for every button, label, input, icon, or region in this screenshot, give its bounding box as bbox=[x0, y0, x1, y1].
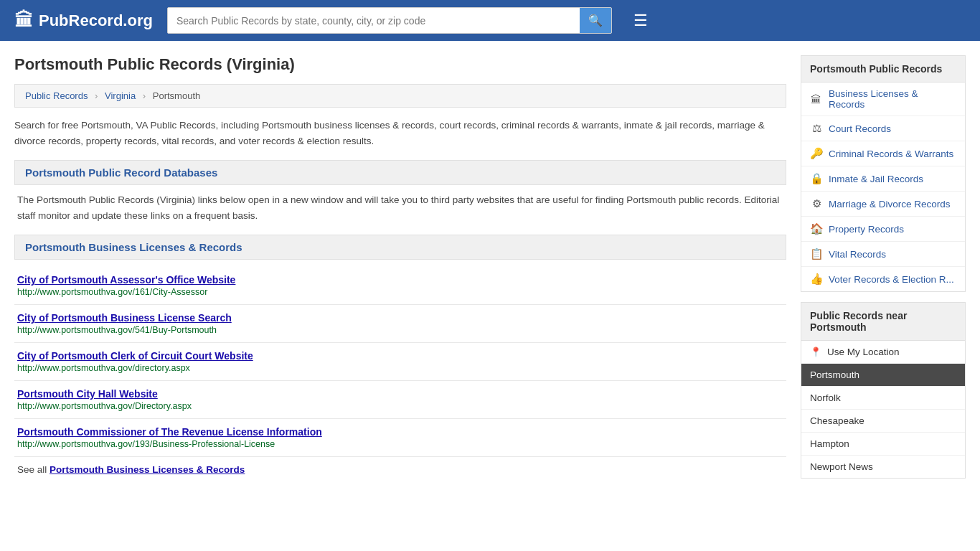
inmate-icon: 🔒 bbox=[810, 172, 823, 185]
sidebar-item-inmate[interactable]: 🔒 Inmate & Jail Records bbox=[801, 166, 965, 192]
sidebar-label-inmate: Inmate & Jail Records bbox=[829, 174, 923, 184]
breadcrumb: Public Records › Virginia › Portsmouth bbox=[14, 84, 786, 108]
record-link-item: City of Portsmouth Assessor's Office Web… bbox=[14, 267, 786, 305]
link-business-url[interactable]: http://www.portsmouthva.gov/541/Buy-Port… bbox=[17, 325, 783, 335]
page-title: Portsmouth Public Records (Virginia) bbox=[14, 55, 786, 74]
link-commissioner-title[interactable]: Portsmouth Commissioner of The Revenue L… bbox=[17, 426, 322, 438]
databases-section-header: Portsmouth Public Record Databases bbox=[14, 160, 786, 185]
sidebar-label-vital: Vital Records bbox=[829, 249, 886, 260]
record-link-item: Portsmouth Commissioner of The Revenue L… bbox=[14, 419, 786, 457]
logo-icon: 🏛 bbox=[14, 9, 33, 32]
breadcrumb-portsmouth: Portsmouth bbox=[153, 90, 200, 101]
breadcrumb-sep-1: › bbox=[95, 90, 98, 101]
sidebar-near-list: 📍 Use My Location Portsmouth Norfolk Che… bbox=[801, 341, 966, 479]
sidebar-item-vital[interactable]: 📋 Vital Records bbox=[801, 242, 965, 267]
criminal-icon: 🔑 bbox=[810, 147, 823, 160]
business-section-header: Portsmouth Business Licenses & Records bbox=[14, 235, 786, 260]
sidebar-item-criminal[interactable]: 🔑 Criminal Records & Warrants bbox=[801, 141, 965, 166]
sidebar-item-marriage[interactable]: ⚙ Marriage & Divorce Records bbox=[801, 192, 965, 217]
near-norfolk-label: Norfolk bbox=[810, 392, 841, 403]
sidebar-near-title: Public Records near Portsmouth bbox=[801, 302, 966, 341]
business-links-list: City of Portsmouth Assessor's Office Web… bbox=[14, 267, 786, 482]
near-chesapeake-label: Chesapeake bbox=[810, 415, 864, 426]
link-cityhall-url[interactable]: http://www.portsmouthva.gov/Directory.as… bbox=[17, 401, 783, 411]
record-link-item: City of Portsmouth Clerk of Circuit Cour… bbox=[14, 343, 786, 381]
search-button[interactable]: 🔍 bbox=[580, 8, 611, 33]
near-newport-news-label: Newport News bbox=[810, 461, 873, 472]
court-icon: ⚖ bbox=[810, 122, 823, 135]
sidebar-records-title: Portsmouth Public Records bbox=[801, 55, 966, 83]
databases-section-body: The Portsmouth Public Records (Virginia)… bbox=[14, 192, 786, 223]
near-newport-news[interactable]: Newport News bbox=[801, 456, 965, 478]
page-description: Search for free Portsmouth, VA Public Re… bbox=[14, 118, 786, 149]
see-all-link[interactable]: Portsmouth Business Licenses & Records bbox=[50, 464, 245, 475]
sidebar-item-court[interactable]: ⚖ Court Records bbox=[801, 116, 965, 141]
link-commissioner-url[interactable]: http://www.portsmouthva.gov/193/Business… bbox=[17, 439, 783, 449]
link-circuit-title[interactable]: City of Portsmouth Clerk of Circuit Cour… bbox=[17, 350, 253, 362]
sidebar-item-business[interactable]: 🏛 Business Licenses & Records bbox=[801, 83, 965, 116]
sidebar-item-voter[interactable]: 👍 Voter Records & Election R... bbox=[801, 267, 965, 291]
voter-icon: 👍 bbox=[810, 273, 823, 286]
header: 🏛 PubRecord.org 🔍 ☰ bbox=[0, 0, 980, 41]
breadcrumb-public-records[interactable]: Public Records bbox=[25, 90, 88, 101]
near-location-label: Use My Location bbox=[827, 347, 900, 357]
link-business-title[interactable]: City of Portsmouth Business License Sear… bbox=[17, 312, 232, 324]
sidebar-item-property[interactable]: 🏠 Property Records bbox=[801, 217, 965, 242]
menu-button[interactable]: ☰ bbox=[633, 11, 648, 30]
sidebar-label-business: Business Licenses & Records bbox=[829, 88, 956, 110]
record-link-item: City of Portsmouth Business License Sear… bbox=[14, 305, 786, 343]
marriage-icon: ⚙ bbox=[810, 197, 823, 210]
sidebar-label-marriage: Marriage & Divorce Records bbox=[829, 199, 951, 209]
site-logo[interactable]: 🏛 PubRecord.org bbox=[14, 9, 153, 32]
see-all-text: See all bbox=[17, 464, 47, 475]
link-circuit-url[interactable]: http://www.portsmouthva.gov/directory.as… bbox=[17, 363, 783, 373]
near-norfolk[interactable]: Norfolk bbox=[801, 387, 965, 410]
sidebar-label-criminal: Criminal Records & Warrants bbox=[829, 149, 953, 159]
property-icon: 🏠 bbox=[810, 222, 823, 235]
main-content: Portsmouth Public Records (Virginia) Pub… bbox=[0, 41, 980, 503]
link-assessor-title[interactable]: City of Portsmouth Assessor's Office Web… bbox=[17, 274, 235, 286]
near-chesapeake[interactable]: Chesapeake bbox=[801, 410, 965, 433]
near-use-location[interactable]: 📍 Use My Location bbox=[801, 341, 965, 364]
sidebar: Portsmouth Public Records 🏛 Business Lic… bbox=[801, 55, 966, 489]
see-all-section: See all Portsmouth Business Licenses & R… bbox=[14, 457, 786, 482]
search-input[interactable] bbox=[168, 9, 580, 32]
near-hampton[interactable]: Hampton bbox=[801, 433, 965, 456]
breadcrumb-sep-2: › bbox=[143, 90, 146, 101]
business-icon: 🏛 bbox=[810, 93, 823, 105]
sidebar-label-court: Court Records bbox=[829, 123, 891, 134]
near-hampton-label: Hampton bbox=[810, 438, 849, 449]
search-bar: 🔍 bbox=[167, 7, 612, 34]
link-cityhall-title[interactable]: Portsmouth City Hall Website bbox=[17, 388, 158, 400]
sidebar-label-property: Property Records bbox=[829, 224, 904, 235]
near-portsmouth[interactable]: Portsmouth bbox=[801, 364, 965, 387]
sidebar-label-voter: Voter Records & Election R... bbox=[829, 274, 954, 285]
record-link-item: Portsmouth City Hall Website http://www.… bbox=[14, 381, 786, 419]
logo-text: PubRecord.org bbox=[39, 11, 153, 30]
content-area: Portsmouth Public Records (Virginia) Pub… bbox=[14, 55, 786, 489]
breadcrumb-virginia[interactable]: Virginia bbox=[105, 90, 136, 101]
vital-icon: 📋 bbox=[810, 248, 823, 260]
near-portsmouth-label: Portsmouth bbox=[810, 369, 859, 380]
link-assessor-url[interactable]: http://www.portsmouthva.gov/161/City-Ass… bbox=[17, 287, 783, 297]
sidebar-records-list: 🏛 Business Licenses & Records ⚖ Court Re… bbox=[801, 83, 966, 292]
location-pin-icon: 📍 bbox=[810, 347, 821, 357]
